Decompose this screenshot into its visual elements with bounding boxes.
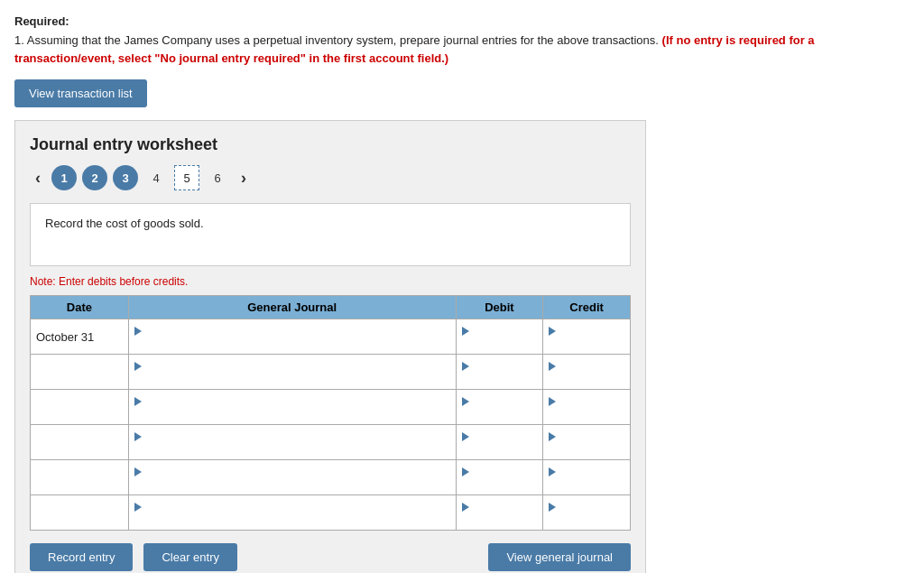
- debit-triangle-5: [462, 467, 469, 476]
- credit-input-4[interactable]: [549, 442, 624, 456]
- credit-triangle-5: [549, 467, 556, 476]
- col-credit: Credit: [543, 296, 631, 319]
- table-row: [31, 355, 631, 390]
- journal-input-5[interactable]: [134, 477, 450, 491]
- note-text: Note: Enter debits before credits.: [30, 275, 631, 288]
- debit-triangle-4: [462, 432, 469, 441]
- instruction-box: Record the cost of goods sold.: [30, 203, 631, 266]
- step-1[interactable]: 1: [51, 165, 77, 190]
- table-row: [31, 460, 631, 495]
- date-cell-2: [31, 355, 129, 390]
- col-debit: Debit: [456, 296, 543, 319]
- debit-input-4[interactable]: [462, 442, 538, 456]
- instruction-text: Record the cost of goods sold.: [45, 217, 204, 230]
- credit-cell-1[interactable]: [543, 319, 631, 355]
- date-cell-3: [31, 390, 129, 425]
- debit-input-5[interactable]: [462, 477, 538, 491]
- step-6[interactable]: 6: [205, 165, 230, 190]
- debit-cell-4[interactable]: [456, 425, 543, 460]
- next-arrow[interactable]: ›: [236, 167, 252, 189]
- credit-cell-6[interactable]: [543, 495, 631, 531]
- credit-input-5[interactable]: [549, 477, 624, 491]
- table-row: October 31: [31, 319, 631, 355]
- date-value-1: October 31: [36, 330, 94, 344]
- credit-triangle-2: [549, 362, 556, 371]
- credit-input-3[interactable]: [549, 407, 624, 421]
- table-row: [31, 495, 631, 531]
- record-entry-button[interactable]: Record entry: [30, 543, 133, 571]
- journal-input-3[interactable]: [134, 407, 450, 421]
- journal-input-2[interactable]: [134, 372, 450, 385]
- debit-cell-5[interactable]: [456, 460, 543, 495]
- required-label: Required:: [14, 14, 910, 28]
- step-3[interactable]: 3: [113, 165, 138, 190]
- date-cell-4: [31, 425, 129, 460]
- triangle-icon-6: [134, 503, 142, 512]
- triangle-icon-3: [134, 397, 142, 406]
- step-4[interactable]: 4: [143, 165, 169, 190]
- credit-input-6[interactable]: [549, 513, 624, 526]
- credit-input-1[interactable]: [549, 337, 624, 350]
- worksheet-container: Journal entry worksheet ‹ 1 2 3 4 5 6 › …: [14, 120, 646, 573]
- debit-input-2[interactable]: [462, 372, 538, 385]
- journal-input-1[interactable]: [134, 337, 450, 350]
- debit-input-1[interactable]: [462, 337, 538, 350]
- debit-input-6[interactable]: [462, 513, 538, 526]
- debit-triangle-3: [462, 397, 469, 406]
- step-5[interactable]: 5: [174, 165, 199, 190]
- col-date: Date: [31, 296, 129, 319]
- debit-triangle-2: [462, 362, 469, 371]
- debit-cell-2[interactable]: [456, 355, 543, 390]
- step-2[interactable]: 2: [82, 165, 107, 190]
- button-row: Record entry Clear entry View general jo…: [30, 543, 631, 571]
- journal-input-6[interactable]: [134, 513, 450, 526]
- prev-arrow[interactable]: ‹: [30, 167, 46, 189]
- credit-triangle-4: [549, 432, 556, 441]
- journal-cell-4[interactable]: [128, 425, 456, 460]
- journal-cell-6[interactable]: [128, 495, 456, 531]
- worksheet-title: Journal entry worksheet: [30, 135, 631, 154]
- date-cell-1: October 31: [31, 319, 129, 355]
- credit-cell-4[interactable]: [543, 425, 631, 460]
- required-text: 1. Assuming that the James Company uses …: [14, 32, 910, 67]
- journal-table: Date General Journal Debit Credit Octobe…: [30, 295, 631, 531]
- triangle-icon-1: [134, 327, 142, 336]
- triangle-icon-4: [134, 432, 142, 441]
- triangle-icon-5: [134, 467, 142, 476]
- credit-cell-2[interactable]: [543, 355, 631, 390]
- view-transaction-button[interactable]: View transaction list: [14, 79, 147, 107]
- triangle-icon-2: [134, 362, 142, 371]
- debit-cell-6[interactable]: [456, 495, 543, 531]
- nav-row: ‹ 1 2 3 4 5 6 ›: [30, 165, 631, 190]
- required-description: 1. Assuming that the James Company uses …: [14, 33, 659, 47]
- table-row: [31, 425, 631, 460]
- journal-cell-3[interactable]: [128, 390, 456, 425]
- credit-triangle-6: [549, 503, 556, 512]
- date-cell-6: [31, 495, 129, 531]
- debit-cell-1[interactable]: [456, 319, 543, 355]
- view-general-journal-button[interactable]: View general journal: [488, 543, 631, 571]
- debit-triangle-1: [462, 327, 469, 336]
- credit-input-2[interactable]: [549, 372, 624, 385]
- debit-input-3[interactable]: [462, 407, 538, 421]
- debit-cell-3[interactable]: [456, 390, 543, 425]
- credit-triangle-1: [549, 327, 556, 336]
- clear-entry-button[interactable]: Clear entry: [143, 543, 237, 571]
- date-cell-5: [31, 460, 129, 495]
- journal-input-4[interactable]: [134, 442, 450, 456]
- journal-cell-5[interactable]: [128, 460, 456, 495]
- table-row: [31, 390, 631, 425]
- credit-cell-3[interactable]: [543, 390, 631, 425]
- col-general-journal: General Journal: [128, 296, 456, 319]
- debit-triangle-6: [462, 503, 469, 512]
- credit-cell-5[interactable]: [543, 460, 631, 495]
- credit-triangle-3: [549, 397, 556, 406]
- journal-cell-2[interactable]: [128, 355, 456, 390]
- journal-cell-1[interactable]: [128, 319, 456, 355]
